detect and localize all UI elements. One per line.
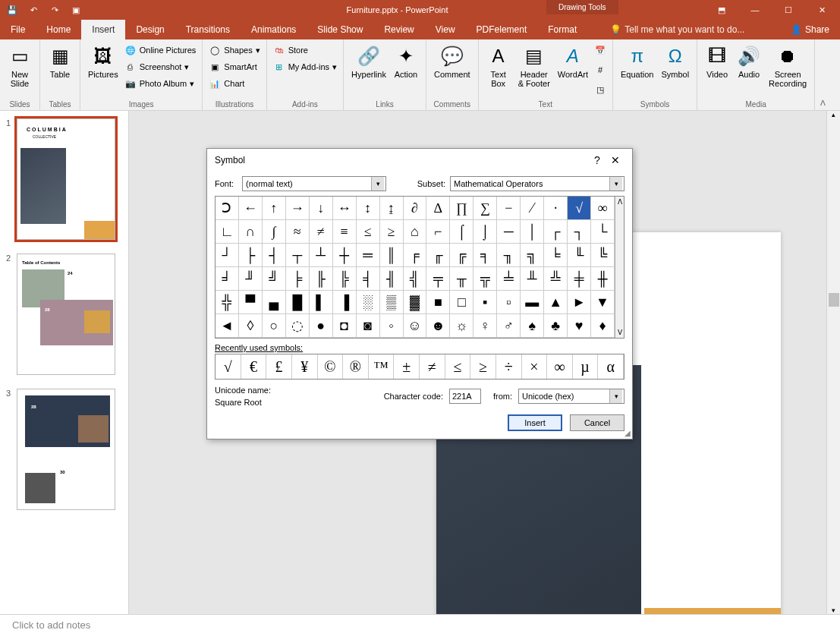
symbol-cell[interactable]: █: [286, 291, 310, 314]
wordart-button[interactable]: AWordArt: [556, 43, 590, 80]
symbol-cell[interactable]: ┴: [310, 244, 333, 267]
symbol-cell[interactable]: ╨: [521, 267, 544, 291]
recent-symbol-cell[interactable]: €: [241, 354, 267, 379]
recent-symbol-cell[interactable]: ¥: [292, 354, 318, 379]
recent-symbol-cell[interactable]: ≥: [470, 354, 496, 379]
collapse-ribbon-button[interactable]: ᐱ: [815, 39, 830, 110]
symbol-cell[interactable]: ╢: [380, 267, 404, 291]
symbol-cell[interactable]: ▬: [521, 291, 544, 314]
symbol-cell[interactable]: ╞: [286, 267, 310, 291]
symbol-cell[interactable]: ╦: [473, 267, 497, 291]
symbol-cell[interactable]: ◊: [239, 314, 263, 338]
symbol-cell[interactable]: ╥: [450, 267, 473, 291]
maximize-icon[interactable]: ☐: [773, 2, 804, 17]
symbol-cell[interactable]: ○: [263, 314, 286, 338]
video-button[interactable]: 🎞Video: [703, 43, 731, 80]
pictures-button[interactable]: 🖼Pictures: [87, 43, 120, 80]
symbol-cell[interactable]: ▼: [591, 291, 615, 314]
symbol-cell[interactable]: →: [286, 197, 310, 220]
tab-transitions[interactable]: Transitions: [175, 20, 241, 39]
symbol-cell[interactable]: └: [591, 220, 615, 244]
symbol-cell[interactable]: ∆: [426, 197, 450, 220]
tab-design[interactable]: Design: [125, 20, 175, 39]
recent-symbol-cell[interactable]: ±: [394, 354, 420, 379]
symbol-cell[interactable]: ◘: [333, 314, 357, 338]
symbol-cell[interactable]: ╗: [521, 244, 544, 267]
font-combo[interactable]: (normal text): [242, 176, 386, 191]
symbol-cell[interactable]: ≈: [286, 220, 310, 244]
close-icon[interactable]: ✕: [807, 2, 837, 17]
symbol-cell[interactable]: ▓: [404, 291, 427, 314]
symbol-cell[interactable]: ⌐: [426, 220, 450, 244]
symbol-cell[interactable]: ∏: [450, 197, 473, 220]
symbol-cell[interactable]: ⌂: [404, 220, 427, 244]
undo-icon[interactable]: ↶: [27, 4, 39, 16]
recent-symbol-cell[interactable]: α: [598, 354, 624, 379]
online-pictures-button[interactable]: 🌐Online Pictures: [124, 43, 197, 58]
slide-number-button[interactable]: #: [594, 62, 606, 77]
from-combo[interactable]: Unicode (hex): [518, 389, 624, 404]
symbol-button[interactable]: ΩSymbol: [659, 43, 691, 80]
my-addins-button[interactable]: ⊞My Add-ins ▾: [273, 59, 337, 74]
screen-recording-button[interactable]: ⏺Screen Recording: [767, 43, 808, 90]
minimize-icon[interactable]: ―: [740, 2, 770, 17]
symbol-cell[interactable]: ◙: [357, 314, 380, 338]
symbol-cell[interactable]: ∞: [591, 197, 615, 220]
insert-button[interactable]: Insert: [508, 414, 562, 431]
cancel-button[interactable]: Cancel: [570, 414, 624, 431]
symbol-cell[interactable]: ├: [239, 244, 263, 267]
symbol-cell[interactable]: ☼: [450, 314, 473, 338]
recent-symbol-cell[interactable]: √: [216, 354, 241, 379]
symbol-cell[interactable]: ♣: [544, 314, 568, 338]
symbol-cell[interactable]: ↨: [380, 197, 404, 220]
symbol-cell[interactable]: ╟: [310, 267, 333, 291]
symbol-cell[interactable]: ∩: [239, 220, 263, 244]
symbol-cell[interactable]: ⌡: [473, 220, 497, 244]
symbol-cell[interactable]: ↕: [357, 197, 380, 220]
symbol-cell[interactable]: ╜: [239, 267, 263, 291]
recent-symbol-cell[interactable]: ∞: [547, 354, 573, 379]
shapes-button[interactable]: ◯Shapes ▾: [209, 43, 260, 58]
symbol-cell[interactable]: ▐: [333, 291, 357, 314]
symbol-cell[interactable]: ╛: [216, 267, 239, 291]
symbol-cell[interactable]: ▄: [263, 291, 286, 314]
symbol-cell[interactable]: ▲: [544, 291, 568, 314]
symbol-cell[interactable]: ↑: [263, 197, 286, 220]
symbol-cell[interactable]: ≠: [310, 220, 333, 244]
dialog-help-button[interactable]: ?: [588, 154, 606, 166]
share-button[interactable]: 👤Share: [780, 20, 840, 39]
slide-thumbnail-3[interactable]: 28 30: [17, 389, 115, 510]
symbol-cell[interactable]: ☻: [426, 314, 450, 338]
slide-thumbnails-panel[interactable]: 1 COLUMBIA COLLECTIVE 2 Table of Content…: [0, 111, 129, 614]
symbol-cell[interactable]: ╩: [544, 267, 568, 291]
symbol-cell[interactable]: ╕: [473, 244, 497, 267]
tab-home[interactable]: Home: [36, 20, 81, 39]
symbol-cell[interactable]: −: [497, 197, 521, 220]
redo-icon[interactable]: ↷: [49, 4, 61, 16]
tab-pdfelement[interactable]: PDFelement: [466, 20, 538, 39]
symbol-cell[interactable]: ╒: [404, 244, 427, 267]
symbol-cell[interactable]: ║: [380, 244, 404, 267]
save-icon[interactable]: 💾: [6, 4, 18, 16]
symbol-cell[interactable]: ♥: [568, 314, 591, 338]
symbol-cell[interactable]: ╚: [591, 244, 615, 267]
symbol-cell[interactable]: ╙: [568, 244, 591, 267]
symbol-cell[interactable]: ▌: [310, 291, 333, 314]
symbol-cell[interactable]: ≤: [357, 220, 380, 244]
symbol-cell[interactable]: ♠: [521, 314, 544, 338]
symbol-cell[interactable]: ▪: [473, 291, 497, 314]
symbol-cell[interactable]: ▀: [239, 291, 263, 314]
symbol-cell[interactable]: ╠: [333, 267, 357, 291]
tab-animations[interactable]: Animations: [241, 20, 307, 39]
symbol-cell[interactable]: ┬: [286, 244, 310, 267]
symbol-cell[interactable]: ∟: [216, 220, 239, 244]
tab-slideshow[interactable]: Slide Show: [307, 20, 373, 39]
symbol-cell[interactable]: ←: [239, 197, 263, 220]
recent-symbol-cell[interactable]: ×: [522, 354, 548, 379]
tab-file[interactable]: File: [0, 20, 36, 39]
object-button[interactable]: ◳: [594, 82, 606, 97]
symbol-cell[interactable]: ░: [357, 291, 380, 314]
recent-symbol-cell[interactable]: ≤: [445, 354, 471, 379]
symbol-cell[interactable]: ┘: [216, 244, 239, 267]
tell-me-search[interactable]: 💡 Tell me what you want to do...: [587, 20, 780, 39]
